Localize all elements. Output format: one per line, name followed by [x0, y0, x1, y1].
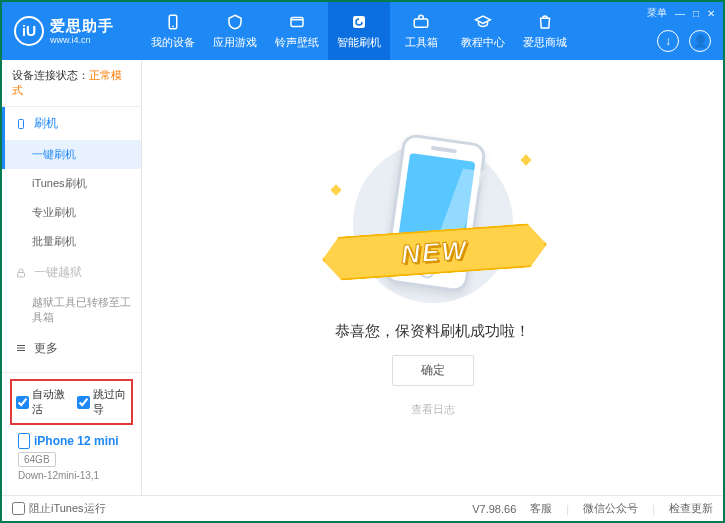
logo-area: iU 爱思助手 www.i4.cn: [2, 16, 142, 46]
tutorial-icon: [473, 12, 493, 32]
device-name: iPhone 12 mini: [18, 433, 125, 449]
sidebar-item-itunes-flash[interactable]: iTunes刷机: [2, 169, 141, 198]
logo-icon: iU: [14, 16, 44, 46]
options-highlight-box: 自动激活 跳过向导: [10, 379, 133, 425]
sidebar: 设备连接状态：正常模式 刷机 一键刷机 iTunes刷机 专业刷机 批量刷机 一…: [2, 60, 142, 495]
sidebar-group-flash[interactable]: 刷机: [2, 107, 141, 140]
sidebar-item-batch-flash[interactable]: 批量刷机: [2, 227, 141, 256]
window-controls: 菜单 — □ ✕: [647, 6, 715, 20]
app-title: 爱思助手: [50, 17, 114, 35]
nav-apps[interactable]: 应用游戏: [204, 2, 266, 60]
maximize-button[interactable]: □: [693, 8, 699, 19]
version-label: V7.98.66: [472, 503, 516, 515]
phone-icon: [163, 12, 183, 32]
sidebar-item-pro-flash[interactable]: 专业刷机: [2, 198, 141, 227]
minimize-button[interactable]: —: [675, 8, 685, 19]
nav-store[interactable]: 爱思商城: [514, 2, 576, 60]
toolbox-icon: [411, 12, 431, 32]
success-illustration: NEW: [328, 138, 538, 308]
close-button[interactable]: ✕: [707, 8, 715, 19]
nav-toolbox[interactable]: 工具箱: [390, 2, 452, 60]
app-window: iU 爱思助手 www.i4.cn 我的设备 应用游戏 铃声壁纸 智能刷机 工具…: [0, 0, 725, 523]
svg-rect-2: [291, 18, 303, 27]
sidebar-group-jailbreak: 一键越狱: [2, 256, 141, 289]
jailbreak-note: 越狱工具已转移至工具箱: [2, 289, 141, 332]
view-log-link[interactable]: 查看日志: [411, 402, 455, 417]
main-nav: 我的设备 应用游戏 铃声壁纸 智能刷机 工具箱 教程中心 爱思商城: [142, 2, 576, 60]
main-content: NEW 恭喜您，保资料刷机成功啦！ 确定 查看日志: [142, 60, 723, 495]
success-message: 恭喜您，保资料刷机成功啦！: [335, 322, 530, 341]
ringtone-icon: [287, 12, 307, 32]
sidebar-group-more[interactable]: 更多: [2, 332, 141, 365]
download-button[interactable]: ↓: [657, 30, 679, 52]
checkbox-block-itunes[interactable]: 阻止iTunes运行: [12, 501, 106, 516]
nav-flash[interactable]: 智能刷机: [328, 2, 390, 60]
footer-update-link[interactable]: 检查更新: [669, 501, 713, 516]
app-subtitle: www.i4.cn: [50, 35, 114, 46]
device-model: Down-12mini-13,1: [18, 470, 125, 481]
connected-device[interactable]: iPhone 12 mini 64GB Down-12mini-13,1: [10, 425, 133, 489]
user-button[interactable]: 👤: [689, 30, 711, 52]
svg-rect-6: [18, 272, 25, 277]
nav-device[interactable]: 我的设备: [142, 2, 204, 60]
footer-wechat-link[interactable]: 微信公众号: [583, 501, 638, 516]
store-icon: [535, 12, 555, 32]
nav-tutorial[interactable]: 教程中心: [452, 2, 514, 60]
footer: 阻止iTunes运行 V7.98.66 客服 | 微信公众号 | 检查更新: [2, 495, 723, 521]
sidebar-item-oneclick-flash[interactable]: 一键刷机: [2, 140, 141, 169]
apps-icon: [225, 12, 245, 32]
svg-rect-3: [353, 16, 365, 28]
svg-rect-4: [414, 19, 428, 27]
list-icon: [14, 341, 28, 355]
nav-ringtone[interactable]: 铃声壁纸: [266, 2, 328, 60]
lock-icon: [14, 266, 28, 280]
header: iU 爱思助手 www.i4.cn 我的设备 应用游戏 铃声壁纸 智能刷机 工具…: [2, 2, 723, 60]
device-capacity: 64GB: [18, 452, 56, 467]
sidebar-item-other-tools[interactable]: 其他工具: [2, 365, 141, 372]
svg-rect-5: [19, 119, 24, 128]
phone-small-icon: [14, 117, 28, 131]
connection-status: 设备连接状态：正常模式: [2, 60, 141, 107]
flash-icon: [349, 12, 369, 32]
checkbox-skip-guide[interactable]: 跳过向导: [77, 387, 128, 417]
ok-button[interactable]: 确定: [392, 355, 474, 386]
menu-icon[interactable]: 菜单: [647, 6, 667, 20]
footer-service-link[interactable]: 客服: [530, 501, 552, 516]
checkbox-auto-activate[interactable]: 自动激活: [16, 387, 67, 417]
